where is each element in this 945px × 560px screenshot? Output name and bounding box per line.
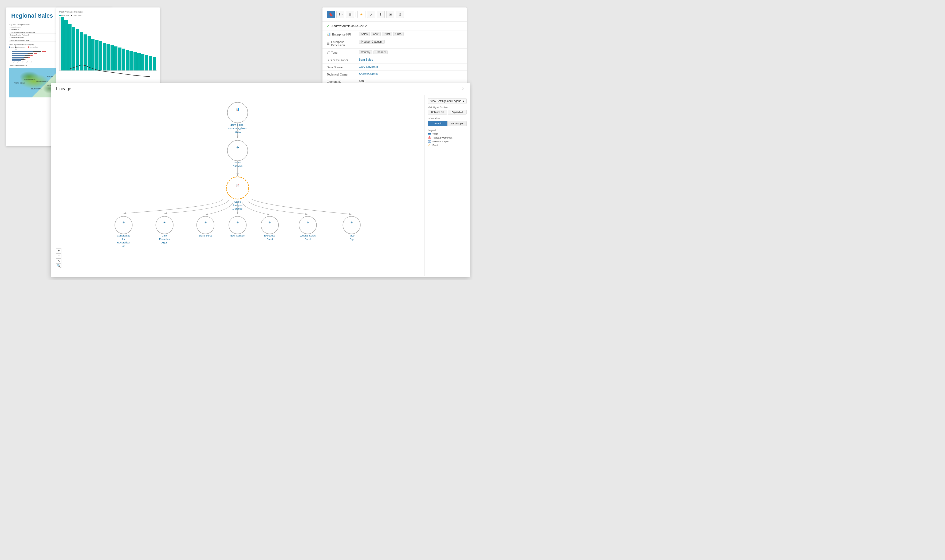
enterprise-dimension-value: Product_Category — [359, 40, 462, 44]
node-certified-label2[interactable]: Analysis — [233, 204, 243, 206]
orientation-section: Orientation: Portrait Landscape — [428, 117, 466, 126]
collapse-all-button[interactable]: Collapse All — [428, 110, 447, 114]
toolbar-separator — [356, 12, 356, 17]
tags-label: 🏷 Tags — [327, 50, 359, 54]
table-icon — [428, 133, 431, 135]
node-weekly-label2[interactable]: Burst — [305, 238, 311, 240]
kpi-tag-pill: Sales — [359, 32, 370, 36]
node-sa-label2[interactable]: Analysis — [233, 165, 243, 168]
enterprise-kpi-label: 📊 Enterprise KPI — [327, 32, 359, 36]
business-owner-link[interactable]: Sam Sales — [359, 58, 373, 61]
node-new-content-circle — [229, 216, 246, 234]
map-label-atlantic: Atlantic Ocean — [36, 80, 48, 82]
profit-bar — [99, 42, 102, 71]
node-favo-label[interactable]: Favo — [349, 234, 354, 237]
zoom-in-button[interactable]: + — [56, 248, 62, 253]
portrait-button[interactable]: Portrait — [428, 121, 448, 126]
hierarchy-button[interactable]: ⊞ — [346, 11, 354, 18]
landscape-button[interactable]: Landscape — [448, 121, 467, 126]
node-weekly-label[interactable]: Weekly Sales — [300, 234, 316, 237]
chart-legend: Units Sold Gross Profit — [59, 15, 157, 16]
email-button[interactable]: ✉ — [386, 11, 394, 18]
node-favorites-label2[interactable]: Favorites — [159, 238, 170, 240]
view-settings-label: View Settings and Legend — [430, 100, 461, 103]
node-candidates-label[interactable]: Candidates — [117, 234, 130, 237]
share-button[interactable]: ⬆ ▾ — [336, 11, 344, 18]
zoom-out-button[interactable]: − — [56, 253, 62, 258]
tag-pill: Country — [359, 50, 372, 54]
table-cell: Penfolds Grange Hermitage — [9, 39, 58, 42]
enterprise-kpi-tags: SalesCostProfitUnits — [359, 32, 462, 36]
technical-owner-link[interactable]: Andrew Admin — [359, 72, 378, 75]
bookmark-button[interactable]: 🔖 — [327, 11, 335, 18]
tags-values: CountryChannel — [359, 50, 462, 54]
legend-table: Table — [428, 133, 466, 135]
chart-title: Most Profitable Products — [59, 11, 157, 13]
node-candidates-label2[interactable]: for — [122, 238, 125, 240]
node-daily-burst-circle — [197, 216, 214, 234]
legend-accessory: wine accessory — [15, 46, 26, 48]
legend-table-label: Table — [432, 133, 438, 135]
svg-rect-1 — [428, 133, 431, 134]
node-datasource-label3[interactable]: _2018 — [234, 130, 241, 133]
expand-all-button[interactable]: Expand All — [448, 110, 467, 114]
node-certified-label[interactable]: Sales — [234, 200, 241, 203]
table-cell: Chateau Mouton-Rothschild — [9, 34, 58, 36]
node-sa-icon: ✤ — [237, 146, 239, 149]
map-label-north-america: NORTH AMERICA — [24, 78, 35, 80]
view-settings-dropdown[interactable]: View Settings and Legend ▾ — [428, 98, 466, 104]
node-certified-icon: 📈 — [236, 183, 239, 187]
enterprise-dimension-row: ☰ Enterprise Dimension Product_Category — [322, 38, 466, 49]
node-datasource-label[interactable]: daily_sales_ — [230, 123, 245, 126]
node-favorites-circle — [155, 216, 173, 234]
edge-to-favo — [251, 199, 352, 214]
node-datasource-label2[interactable]: summary_demo — [228, 127, 247, 130]
technical-owner-value: Andrew Admin — [359, 72, 462, 75]
search-map-button[interactable]: 🔍 — [56, 263, 62, 268]
export-button[interactable]: ↗ — [367, 11, 375, 18]
profit-bar — [106, 44, 110, 71]
node-exec-burst-label[interactable]: Executive — [264, 234, 275, 237]
reset-button[interactable]: ✕ — [56, 258, 62, 263]
node-sa-label[interactable]: Sales — [234, 161, 241, 164]
download-button[interactable]: ⬇ — [377, 11, 385, 18]
info-panel: 🔖 ⬆ ▾ ⊞ ★ ↗ ⬇ ✉ ⚙ ✓ Andrew Admin on 5/3/… — [322, 8, 466, 85]
star-button[interactable]: ★ — [357, 11, 365, 18]
node-favorites-label3[interactable]: Digest — [161, 241, 168, 244]
node-candidates-label3[interactable]: Recertificat — [117, 241, 130, 244]
external-report-icon — [428, 140, 431, 143]
node-new-content-label[interactable]: New Content — [230, 234, 245, 237]
node-exec-burst-label2[interactable]: Burst — [267, 238, 273, 240]
profit-bar — [129, 51, 133, 71]
node-favo-label2[interactable]: Dig — [350, 238, 354, 240]
node-favorites-label[interactable]: Daily — [162, 234, 168, 237]
data-steward-link[interactable]: Gary Governor — [359, 65, 378, 68]
node-daily-burst-label[interactable]: Daily Burst — [199, 234, 212, 237]
edge-to-weekly — [246, 200, 308, 214]
node-favorites-icon: ✈ — [163, 221, 166, 224]
data-steward-label: Data Steward — [327, 65, 359, 69]
profit-bar — [103, 43, 106, 71]
profit-bar — [95, 40, 98, 71]
lineage-diagram: 📊 daily_sales_ summary_demo _2018 ✤ Sale… — [51, 95, 425, 276]
node-certified-label3[interactable]: (Certified) — [232, 207, 243, 210]
node-datasource-circle — [228, 102, 248, 123]
legend-burst: Burst — [428, 144, 466, 146]
svg-text:✤: ✤ — [429, 137, 430, 139]
settings-button[interactable]: ⚙ — [396, 11, 404, 18]
lineage-title: Lineage — [56, 86, 71, 91]
table-cell: Chateau d'Affingem — [9, 36, 58, 39]
legend-burst-label: Burst — [432, 144, 438, 146]
enterprise-kpi-row: 📊 Enterprise KPI SalesCostProfitUnits — [322, 31, 466, 38]
profit-chart: 800k 700k 600k 500k 400k 300k 200k 100k — [59, 17, 157, 71]
visibility-buttons: Collapse All Expand All — [428, 110, 466, 114]
technical-owner-label: Technical Owner — [327, 72, 359, 76]
node-datasource-icon: 📊 — [236, 108, 239, 111]
close-button[interactable]: × — [462, 86, 465, 92]
profit-bar — [134, 52, 137, 71]
legend-workbook: ✤ Tableau Workbook — [428, 136, 466, 139]
legend-workbook-label: Tableau Workbook — [432, 136, 452, 139]
profit-bar — [88, 36, 91, 71]
settings-panel: View Settings and Legend ▾ Visibility of… — [425, 95, 470, 276]
node-candidates-label4[interactable]: ion — [122, 245, 125, 248]
